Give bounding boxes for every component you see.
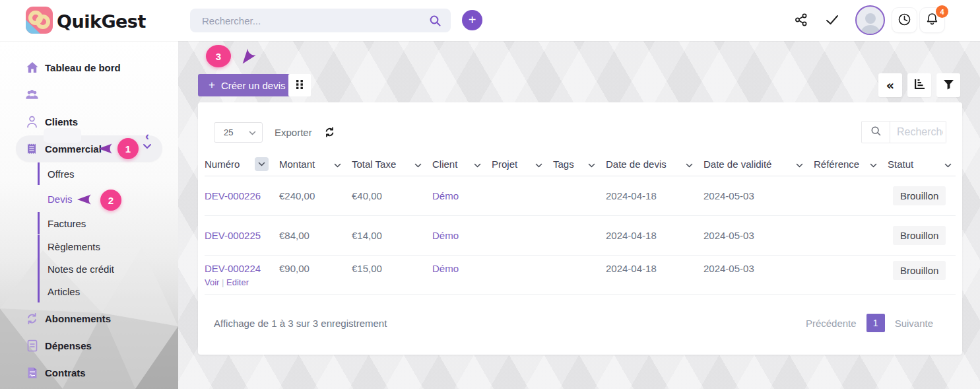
column-header-date-devis[interactable]: Date de devis — [606, 153, 703, 176]
document-icon — [25, 339, 39, 352]
chevron-down-icon[interactable] — [796, 159, 803, 170]
app-logo: QuikGest — [25, 6, 146, 37]
global-search-input[interactable] — [190, 15, 429, 26]
column-header-projet[interactable]: Projet — [492, 153, 553, 176]
table-row[interactable]: DEV-000224 Voir | Editer €90,00 €15,00 D… — [205, 255, 956, 294]
devis-number-link[interactable]: DEV-000225 — [205, 230, 261, 241]
devis-list-card: 25 Exporter — [198, 102, 962, 355]
annotation-arrow-commercial — [98, 143, 114, 154]
devis-number-link[interactable]: DEV-000226 — [205, 190, 261, 201]
avatar[interactable] — [855, 5, 885, 35]
annotation-arrow-devis — [77, 194, 92, 205]
stats-button[interactable] — [907, 73, 931, 97]
check-icon[interactable] — [825, 14, 839, 26]
sidebar-item-offres[interactable]: Offres — [38, 162, 163, 185]
column-header-numero[interactable]: Numéro — [205, 153, 279, 176]
devis-number-link[interactable]: DEV-000224 — [205, 263, 261, 274]
editer-link[interactable]: Editer — [226, 277, 249, 287]
status-badge: Brouillon — [893, 261, 946, 280]
sidebar-item-clients[interactable]: Clients — [0, 113, 178, 130]
export-button[interactable]: Exporter — [275, 127, 312, 138]
main-content: 3 + Créer un devis « — [178, 41, 980, 389]
plus-icon: + — [209, 79, 215, 92]
status-badge: Brouillon — [893, 226, 946, 245]
chevron-down-icon[interactable] — [944, 159, 952, 170]
annotation-badge-2: 2 — [100, 190, 121, 211]
row-actions: Voir | Editer — [205, 277, 279, 287]
chevron-down-icon[interactable] — [870, 159, 877, 170]
filter-icon — [943, 79, 954, 92]
sidebar-item-depenses[interactable]: Dépenses — [0, 337, 178, 354]
refresh-icon[interactable] — [324, 127, 335, 137]
action-separator: | — [222, 277, 224, 287]
clock-icon — [898, 13, 911, 28]
share-icon[interactable] — [794, 13, 808, 27]
app-logo-icon — [25, 6, 53, 37]
chevron-down-icon[interactable] — [686, 159, 693, 170]
chevron-down-icon — [249, 127, 256, 137]
client-link[interactable]: Démo — [432, 190, 459, 201]
sidebar-item-notes-de-credit[interactable]: Notes de crédit — [38, 258, 163, 280]
table-row[interactable]: DEV-000225 €84,00 €14,00 Démo 2024-04-18… — [205, 215, 956, 255]
column-header-date-validite[interactable]: Date de validité — [703, 153, 814, 176]
column-header-montant[interactable]: Montant — [279, 153, 352, 176]
current-page-button[interactable]: 1 — [866, 314, 885, 332]
chevron-down-icon[interactable] — [535, 159, 542, 170]
sidebar-item-factures[interactable]: Factures — [38, 212, 163, 234]
column-header-statut[interactable]: Statut — [888, 153, 956, 176]
client-link[interactable]: Démo — [432, 263, 459, 274]
top-bar: QuikGest + 4 — [0, 0, 980, 41]
quick-add-button[interactable]: + — [462, 10, 482, 30]
sidebar: Tableau de bord ‹ Clients — [0, 41, 178, 389]
previous-page-button[interactable]: Précédente — [806, 318, 857, 329]
sync-icon — [25, 313, 39, 324]
sidebar-item-abonnements[interactable]: Abonnements — [0, 310, 178, 327]
chevron-down-icon[interactable] — [334, 159, 341, 170]
sidebar-item-dashboard[interactable]: Tableau de bord — [0, 59, 178, 76]
pagination: Précédente 1 Suivante — [806, 314, 933, 332]
column-header-total-taxe[interactable]: Total Taxe — [352, 153, 432, 176]
table-search-input[interactable] — [890, 121, 946, 143]
contract-icon — [25, 367, 39, 379]
records-info: Affichage de 1 à 3 sur 3 enregistrement — [214, 318, 387, 329]
search-icon[interactable] — [429, 15, 441, 27]
sidebar-item-reglements[interactable]: Règlements — [38, 235, 163, 258]
create-devis-button[interactable]: + Créer un devis — [198, 74, 296, 96]
annotation-badge-1: 1 — [117, 138, 139, 159]
app-title: QuikGest — [57, 11, 146, 32]
next-page-button[interactable]: Suivante — [895, 318, 933, 329]
annotation-badge-3: 3 — [206, 45, 231, 67]
sidebar-item-contrats[interactable]: Contrats — [0, 364, 178, 381]
sidebar-item-articles[interactable]: Articles — [38, 280, 163, 302]
devis-table: Numéro Montant Total Taxe Client Projet … — [205, 153, 956, 295]
receipt-icon — [25, 143, 39, 155]
chevron-down-icon[interactable] — [414, 159, 422, 170]
search-icon — [870, 125, 882, 139]
collapse-panel-button[interactable]: « — [878, 73, 902, 97]
client-link[interactable]: Démo — [432, 230, 459, 241]
page-size-select[interactable]: 25 — [214, 122, 263, 143]
commercial-chevron-down-icon[interactable] — [143, 143, 152, 149]
user-icon — [25, 116, 39, 128]
column-header-client[interactable]: Client — [432, 153, 492, 176]
home-icon — [25, 61, 39, 73]
status-badge: Brouillon — [893, 186, 946, 205]
column-header-tags[interactable]: Tags — [553, 153, 606, 176]
column-header-reference[interactable]: Référence — [814, 153, 888, 176]
table-search-button[interactable] — [861, 121, 890, 143]
table-header-row: Numéro Montant Total Taxe Client Projet … — [205, 153, 956, 176]
double-chevron-left-icon: « — [886, 78, 894, 92]
drag-handle-button[interactable] — [288, 74, 311, 96]
sort-chevron-active[interactable] — [255, 157, 269, 171]
filter-button[interactable] — [936, 73, 960, 97]
chevron-down-icon[interactable] — [588, 159, 595, 170]
notification-count-badge: 4 — [936, 5, 948, 18]
table-row[interactable]: DEV-000226 €240,00 €40,00 Démo 2024-04-1… — [205, 176, 956, 215]
chevron-down-icon[interactable] — [474, 159, 481, 170]
history-button[interactable] — [892, 7, 917, 33]
bar-chart-icon — [914, 79, 925, 92]
voir-link[interactable]: Voir — [205, 277, 219, 287]
sidebar-item-team[interactable] — [0, 86, 178, 103]
global-search[interactable] — [190, 9, 451, 32]
grid-dots-icon — [296, 79, 304, 92]
